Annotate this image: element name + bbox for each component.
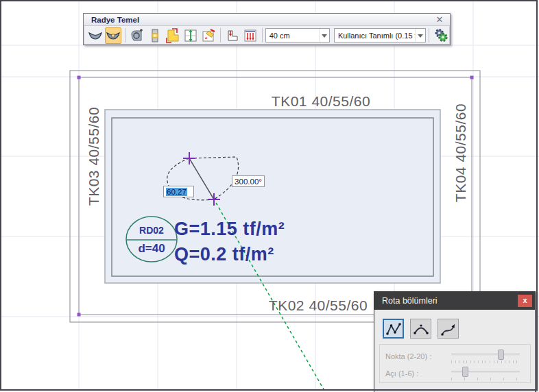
angle-value: 300.00°	[235, 177, 262, 186]
aci-slider-thumb[interactable]	[462, 367, 468, 377]
toolbar-separator	[429, 28, 429, 42]
beam-label-bottom: TK02 40/55/60	[250, 297, 387, 314]
nokta-slider-label: Nokta (2-20) :	[385, 352, 446, 360]
raft-foundation-icon	[88, 28, 103, 43]
pile-foundation-button[interactable]	[129, 27, 145, 44]
rota-mode-buttons	[374, 310, 535, 339]
rota-sliders-group: Nokta (2-20) : Açı (1-6) :	[379, 344, 531, 383]
toolbar-separator	[262, 28, 263, 42]
beam-label-top: TK01 40/55/60	[252, 93, 390, 110]
rebar-spacing-icon	[243, 28, 258, 43]
toolbar-titlebar[interactable]: Radye Temel ✕	[84, 14, 450, 26]
raft-foundation-edit-icon	[106, 28, 121, 43]
settings-button[interactable]	[433, 27, 449, 44]
raft-id-label: RD02	[131, 225, 172, 236]
live-load-label: Q=0.2 tf/m²	[174, 244, 274, 265]
toolbar-title: Radye Temel	[91, 16, 435, 24]
beam-label-right: TK04 40/55/60	[453, 84, 469, 221]
arc-mode-button[interactable]	[410, 319, 431, 339]
rota-panel-titlebar[interactable]: Rota bölümleri x	[374, 292, 535, 310]
chevron-down-icon[interactable]	[415, 29, 425, 42]
curve-mode-button[interactable]	[438, 319, 459, 339]
nokta-slider-thumb[interactable]	[498, 350, 504, 360]
boundary-corner-icon	[165, 28, 180, 43]
raft-thickness-label: d=40	[131, 242, 172, 256]
toolbar-close-icon[interactable]: ✕	[435, 15, 444, 25]
length-input-selected-text: 60.27	[166, 188, 187, 196]
load-combobox[interactable]: Kullanıcı Tanımlı (0.15 tf/m²	[334, 28, 426, 42]
corner-arrow-icon	[225, 28, 240, 43]
pile-foundation-icon	[130, 28, 145, 43]
polyline-icon	[385, 321, 402, 336]
toolbar-separator	[220, 28, 221, 42]
erase-edit-icon	[201, 28, 216, 43]
nokta-slider[interactable]	[451, 349, 520, 364]
polyline-mode-button[interactable]	[383, 319, 404, 339]
erase-edit-button[interactable]	[200, 27, 217, 44]
aci-slider-track[interactable]	[451, 371, 520, 373]
settings-gears-icon	[433, 27, 448, 43]
stretch-icon	[183, 28, 198, 43]
drawing-canvas[interactable]: TK01 40/55/60 TK02 40/55/60 TK03 40/55/6…	[0, 0, 539, 392]
radye-temel-toolbar: Radye Temel ✕	[83, 13, 451, 45]
aci-slider[interactable]	[451, 366, 520, 381]
aci-slider-ticks	[451, 378, 520, 380]
column-button[interactable]	[147, 27, 163, 44]
beam-label-left: TK03 40/55/60	[86, 88, 102, 225]
corner-arrow-button[interactable]	[224, 27, 241, 44]
load-combobox-value: Kullanıcı Tanımlı (0.15 tf/m²	[335, 32, 415, 40]
length-input[interactable]: 60.27	[163, 186, 194, 197]
rota-close-button[interactable]: x	[518, 295, 532, 307]
column-icon	[147, 28, 163, 43]
aci-slider-label: Açı (1-6) :	[385, 369, 446, 378]
rota-sections-panel: Rota bölümleri x	[374, 291, 536, 392]
nokta-slider-track[interactable]	[451, 354, 520, 356]
toolbar-separator	[125, 28, 125, 42]
rota-panel-title: Rota bölümleri	[382, 296, 518, 306]
rebar-spacing-button[interactable]	[242, 27, 259, 44]
dead-load-label: G=1.15 tf/m²	[174, 219, 285, 240]
raft-foundation-edit-button[interactable]	[105, 27, 121, 44]
nokta-slider-ticks	[451, 360, 520, 363]
thickness-combobox-value: 40 cm	[266, 32, 319, 40]
boundary-corner-button[interactable]	[165, 27, 181, 44]
arc-icon	[413, 321, 429, 336]
thickness-combobox[interactable]: 40 cm	[265, 28, 330, 42]
toolbar-buttons-row: 40 cm Kullanıcı Tanımlı (0.15 tf/m²	[84, 26, 450, 45]
chevron-down-icon[interactable]	[319, 29, 329, 42]
angle-readout: 300.00°	[232, 175, 265, 187]
stretch-button[interactable]	[182, 27, 199, 44]
raft-foundation-button[interactable]	[87, 27, 104, 44]
curve-arrow-icon	[440, 321, 457, 336]
